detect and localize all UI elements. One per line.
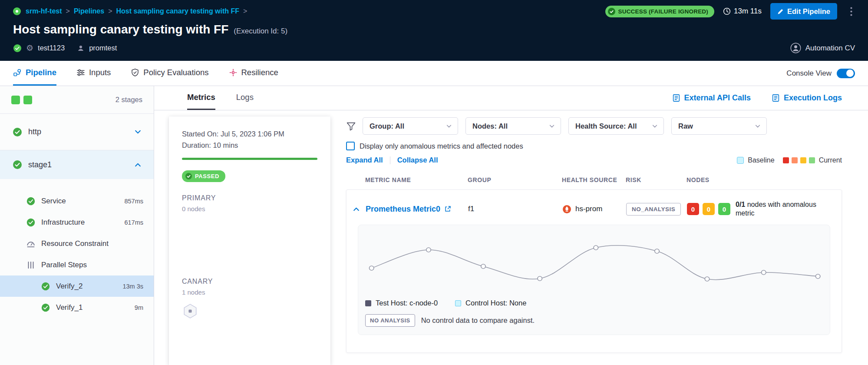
passed-badge-label: PASSED (195, 173, 219, 179)
chevron-up-icon[interactable] (134, 161, 142, 169)
verification-duration: Duration: 10 mins (182, 140, 317, 151)
stage-item-stage1[interactable]: stage1 (0, 150, 154, 179)
edit-pipeline-label: Edit Pipeline (787, 7, 830, 16)
baseline-legend-swatch (737, 157, 744, 164)
execution-header: srm-hf-test > Pipelines > Host sampling … (0, 0, 868, 61)
shield-check-icon (131, 68, 139, 77)
view-mode-value: Raw (678, 122, 693, 130)
chevron-down-icon (549, 123, 555, 129)
elapsed-time-label: 13m 11s (734, 7, 762, 16)
chevron-down-icon (755, 123, 761, 129)
filter-funnel-icon[interactable] (346, 121, 356, 131)
control-host-legend: Control Host: None (455, 299, 526, 307)
tab-logs[interactable]: Logs (236, 86, 254, 110)
metric-name-link[interactable]: Prometheus Metric0 (366, 205, 468, 214)
tab-pipeline[interactable]: Pipeline (13, 61, 56, 86)
tab-resilience[interactable]: Resilience (229, 61, 278, 86)
tab-metrics[interactable]: Metrics (187, 86, 215, 110)
nodes-filter-select[interactable]: Nodes: All (465, 117, 561, 135)
collapse-metric-chevron-icon[interactable] (347, 206, 366, 213)
success-check-icon (26, 218, 36, 227)
risk-green-swatch (809, 157, 815, 163)
expand-all-link[interactable]: Expand All (346, 156, 383, 164)
parallel-steps-icon (26, 260, 36, 270)
breadcrumb-separator: > (66, 7, 70, 15)
test-host-label: Test Host: c-node-0 (376, 299, 438, 307)
tab-inputs[interactable]: Inputs (76, 61, 111, 86)
chevron-down-icon (652, 123, 658, 129)
chart-color-legend: Baseline Current (737, 156, 842, 164)
tab-inputs-label: Inputs (89, 68, 111, 77)
nodes-cell: 0 0 0 0/1 nodes with anomalous metric (687, 200, 842, 218)
more-options-icon[interactable] (848, 5, 855, 18)
risk-orange-swatch (792, 157, 798, 163)
execution-logs-label: Execution Logs (784, 93, 842, 103)
clock-icon (723, 7, 731, 15)
step-item-verify-2[interactable]: Verify_2 13m 3s (0, 275, 154, 297)
host-legend: Test Host: c-node-0 Control Host: None (365, 299, 821, 307)
check-icon (608, 8, 615, 15)
metric-line-chart (365, 231, 821, 296)
breadcrumb-pipelines-link[interactable]: Pipelines (74, 7, 104, 15)
breadcrumb: srm-hf-test > Pipelines > Host sampling … (13, 7, 247, 15)
step-label: Verify_2 (56, 282, 83, 291)
service-tag[interactable]: test1123 (38, 44, 65, 52)
console-view-label: Console View (786, 69, 832, 78)
execution-id: (Execution Id: 5) (234, 27, 287, 36)
chevron-down-icon[interactable] (134, 128, 142, 136)
control-host-swatch (455, 300, 461, 306)
collapse-all-link[interactable]: Collapse All (397, 156, 438, 164)
status-badge-label: SUCCESS (FAILURE IGNORED) (618, 8, 709, 15)
risk-yellow-swatch (800, 157, 806, 163)
stage-item-http[interactable]: http (0, 114, 154, 150)
edit-pipeline-button[interactable]: Edit Pipeline (770, 3, 837, 20)
healthy-node-count-badge: 0 (718, 203, 730, 215)
col-metric-name: METRIC NAME (365, 176, 468, 183)
anomalous-checkbox[interactable] (346, 142, 355, 150)
step-item-resource-constraint[interactable]: Resource Constraint (0, 233, 154, 254)
execution-logs-link[interactable]: Execution Logs (772, 93, 842, 103)
step-item-service[interactable]: Service 857ms (0, 190, 154, 212)
risk-red-swatch (783, 157, 789, 163)
pipeline-icon (13, 68, 22, 77)
step-list: Service 857ms Infrastructure 617ms Resou… (0, 179, 154, 318)
environment-tag[interactable]: promtest (89, 44, 117, 52)
gear-icon: ⚙ (26, 44, 33, 52)
external-api-calls-link[interactable]: External API Calls (672, 93, 751, 103)
step-duration: 857ms (124, 198, 143, 205)
breadcrumb-pipeline-link[interactable]: Host sampling canary testing with FF (116, 7, 240, 15)
stage-status-square (11, 96, 20, 104)
metrics-table-header: METRIC NAME GROUP HEALTH SOURCE RISK NOD… (346, 176, 842, 183)
canary-node-hexagon[interactable] (182, 303, 317, 319)
stage-http-label: http (28, 127, 41, 136)
avatar-icon (790, 43, 801, 53)
step-item-parallel-steps[interactable]: Parallel Steps (0, 254, 154, 275)
anomalous-node-count-badge: 0 (687, 203, 699, 215)
triggered-by-label: Automation CV (805, 44, 855, 53)
view-mode-select[interactable]: Raw (671, 117, 767, 135)
sliders-icon (76, 68, 85, 77)
api-doc-icon (672, 94, 680, 102)
breadcrumb-project-link[interactable]: srm-hf-test (26, 7, 62, 15)
step-label: Parallel Steps (41, 261, 87, 269)
stages-summary: 2 stages (0, 86, 154, 114)
group-filter-select[interactable]: Group: All (363, 117, 458, 135)
step-item-infrastructure[interactable]: Infrastructure 617ms (0, 212, 154, 233)
started-on: Started On: Jul 5, 2023 1:06 PM (182, 129, 317, 140)
step-item-verify-1[interactable]: Verify_1 9m (0, 297, 154, 318)
tab-metrics-label: Metrics (187, 93, 215, 102)
metrics-analysis-pane: Group: All Nodes: All Heal (330, 110, 868, 365)
service-status-icon (13, 44, 22, 53)
col-health-source: HEALTH SOURCE (562, 176, 626, 183)
success-check-icon (12, 159, 23, 170)
prometheus-icon (562, 205, 571, 214)
step-label: Service (41, 197, 66, 206)
triggered-by: Automation CV (790, 43, 855, 53)
console-view-toggle[interactable] (837, 69, 855, 78)
toggle-knob (846, 70, 854, 77)
anomalous-checkbox-label: Display only anomalous metrics and affec… (360, 142, 523, 150)
baseline-legend-label: Baseline (748, 156, 774, 164)
health-source-filter-select[interactable]: Health Source: All (568, 117, 664, 135)
tab-policy-evaluations[interactable]: Policy Evaluations (131, 61, 208, 86)
stage-status-square (23, 96, 32, 104)
